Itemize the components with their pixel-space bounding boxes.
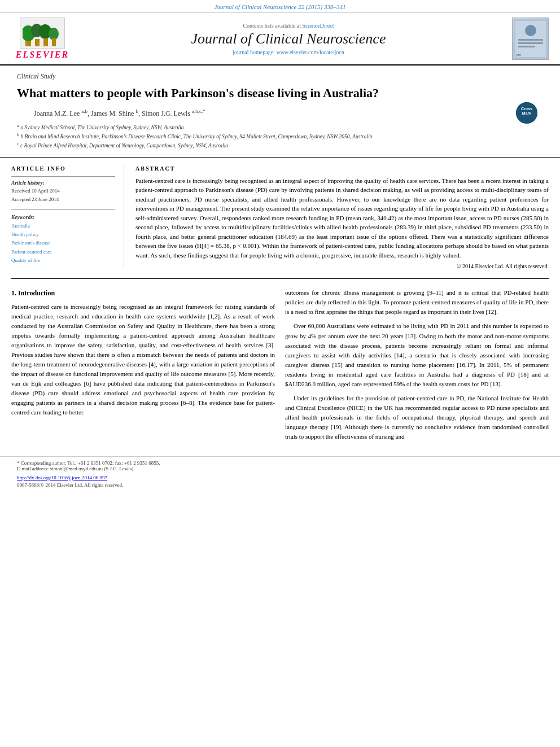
- article-title: What matters to people with Parkinson's …: [0, 83, 560, 105]
- svg-point-4: [49, 28, 59, 40]
- affiliations-block: a a Sydney Medical School, The Universit…: [0, 120, 560, 154]
- abstract-panel: ABSTRACT Patient-centred care is increas…: [135, 165, 549, 270]
- article-info-panel: ARTICLE INFO Article history: Received 1…: [11, 165, 124, 270]
- keyword-quality-of-life[interactable]: Quality of life: [11, 257, 40, 263]
- footer-notes: * Corresponding author. Tel.: +61 2 9351…: [0, 456, 560, 474]
- abstract-body: Patient-centred care is increasingly bei…: [135, 176, 549, 260]
- intro-paragraph-4: Under its guidelines for the provision o…: [285, 394, 549, 442]
- journal-identity: Contents lists available at ScienceDirec…: [73, 23, 504, 55]
- intro-paragraph-2: outcomes for chronic illness management …: [285, 288, 549, 317]
- author-2: James M. Shine b,: [91, 110, 142, 117]
- elsevier-tree-logo: [20, 18, 65, 49]
- keyword-patient-centred[interactable]: Patient-centred care: [11, 249, 52, 255]
- body-left-column: 1. Introduction Patient-centred care is …: [11, 288, 275, 446]
- journal-banner: Journal of Clinical Neuroscience 22 (201…: [0, 0, 560, 13]
- svg-rect-12: [518, 42, 543, 44]
- author-1: Joanna M.Z. Lee a,b,: [34, 110, 91, 117]
- affiliation-a: a a Sydney Medical School, The Universit…: [17, 123, 543, 132]
- crossmark-badge: Cross Mark: [516, 102, 537, 124]
- keywords-section: Keywords: Australia Health policy Parkin…: [11, 215, 115, 265]
- sciencedirect-notice: Contents lists available at ScienceDirec…: [73, 23, 504, 29]
- sciencedirect-link[interactable]: ScienceDirect: [302, 23, 334, 29]
- article-info-abstract-section: ARTICLE INFO Article history: Received 1…: [0, 161, 560, 274]
- keyword-australia[interactable]: Australia: [11, 223, 30, 229]
- journal-homepage-link[interactable]: journal homepage: www.elsevier.com/locat…: [233, 49, 344, 55]
- svg-rect-5: [35, 39, 40, 46]
- authors-line: Joanna M.Z. Lee a,b, James M. Shine b, S…: [17, 106, 543, 119]
- intro-paragraph-1: Patient-centred care is increasingly bei…: [11, 302, 275, 418]
- body-content: 1. Introduction Patient-centred care is …: [0, 283, 560, 451]
- body-right-column: outcomes for chronic illness management …: [285, 288, 549, 446]
- email-address: E-mail address: simonl@med.usyd.edu.au (…: [17, 466, 543, 471]
- footer-doi: http://dx.doi.org/10.1016/j.jocn.2014.06…: [0, 474, 560, 482]
- affiliation-c: c c Royal Prince Alfred Hospital, Depart…: [17, 141, 543, 150]
- affiliation-b: b b Brain and Mind Research Institute, P…: [17, 132, 543, 141]
- doi-link[interactable]: http://dx.doi.org/10.1016/j.jocn.2014.06…: [17, 475, 107, 480]
- journal-cover-image: jcn: [512, 18, 549, 60]
- svg-rect-11: [518, 39, 543, 41]
- introduction-heading: 1. Introduction: [11, 288, 275, 299]
- svg-text:jcn: jcn: [516, 53, 521, 56]
- author-3: Simon J.G. Lewis a,b,c,*: [142, 110, 205, 117]
- svg-rect-6: [43, 38, 48, 46]
- svg-text:Mark: Mark: [522, 111, 531, 115]
- corresponding-author: * Corresponding author. Tel.: +61 2 9351…: [17, 460, 543, 466]
- svg-rect-13: [518, 46, 535, 47]
- footer-issn: 0967-5868/© 2014 Elsevier Ltd. All right…: [0, 482, 560, 491]
- accepted-date: Accepted 23 June 2014: [11, 196, 115, 204]
- keyword-health-policy[interactable]: Health policy: [11, 231, 39, 237]
- svg-point-10: [525, 25, 536, 36]
- publisher-logo: ELSEVIER: [11, 18, 73, 60]
- journal-header: ELSEVIER Contents lists available at Sci…: [0, 13, 560, 65]
- abstract-heading: ABSTRACT: [135, 165, 549, 172]
- article-history-label: Article history:: [11, 180, 115, 186]
- received-date: Received 10 April 2014: [11, 187, 115, 195]
- keyword-parkinsons[interactable]: Parkinson's disease: [11, 240, 50, 246]
- copyright-notice: © 2014 Elsevier Ltd. All rights reserved…: [135, 263, 549, 269]
- svg-text:Cross: Cross: [521, 107, 532, 111]
- intro-paragraph-3: Over 60,000 Australians were estimated t…: [285, 321, 549, 388]
- journal-thumbnail: jcn: [504, 18, 549, 60]
- svg-rect-7: [52, 38, 56, 46]
- article-info-heading: ARTICLE INFO: [11, 165, 115, 172]
- elsevier-wordmark: ELSEVIER: [16, 50, 69, 60]
- article-type-label: Clinical Study: [0, 65, 560, 83]
- journal-title: Journal of Clinical Neuroscience: [73, 30, 504, 47]
- journal-homepage: journal homepage: www.elsevier.com/locat…: [73, 49, 504, 55]
- keywords-label: Keywords:: [11, 215, 115, 220]
- keywords-list: Australia Health policy Parkinson's dise…: [11, 222, 115, 265]
